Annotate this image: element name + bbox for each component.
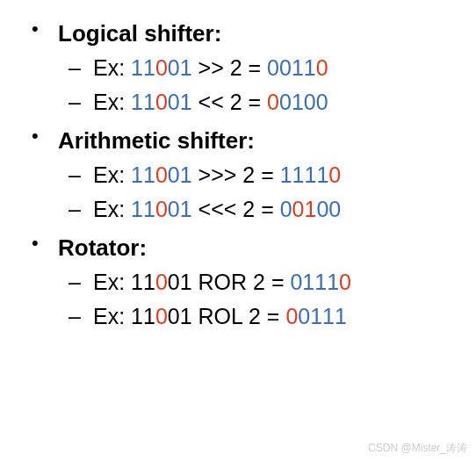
- example-row: Ex: 11001 >> 2 = 00110: [58, 51, 450, 85]
- section-rotator: Rotator: Ex: 11001 ROR 2 = 01110 Ex: 110…: [26, 232, 450, 334]
- section-logical: Logical shifter: Ex: 11001 >> 2 = 00110 …: [26, 18, 450, 119]
- example-row: Ex: 11001 ROL 2 = 00111: [58, 299, 450, 334]
- ex-label: Ex:: [93, 197, 131, 221]
- example-row: Ex: 11001 <<< 2 = 00100: [58, 192, 450, 227]
- examples-logical: Ex: 11001 >> 2 = 00110 Ex: 11001 << 2 = …: [58, 51, 450, 119]
- example-row: Ex: 11001 << 2 = 00100: [58, 85, 450, 119]
- examples-arithmetic: Ex: 11001 >>> 2 = 11110 Ex: 11001 <<< 2 …: [58, 158, 450, 227]
- section-arithmetic: Arithmetic shifter: Ex: 11001 >>> 2 = 11…: [26, 125, 450, 227]
- examples-rotator: Ex: 11001 ROR 2 = 01110 Ex: 11001 ROL 2 …: [58, 265, 450, 334]
- ex-label: Ex:: [93, 55, 131, 80]
- ex-body: 11001 >> 2 = 00110: [131, 55, 328, 80]
- ex-label: Ex:: [93, 162, 131, 187]
- ex-label: Ex:: [93, 270, 131, 294]
- heading-logical: Logical shifter:: [58, 18, 450, 49]
- shifter-list: Logical shifter: Ex: 11001 >> 2 = 00110 …: [26, 18, 450, 334]
- ex-body: 11001 ROR 2 = 01110: [131, 270, 351, 294]
- ex-body: 11001 ROL 2 = 00111: [131, 304, 347, 328]
- ex-label: Ex:: [93, 304, 131, 328]
- ex-body: 11001 << 2 = 00100: [131, 90, 328, 114]
- example-row: Ex: 11001 >>> 2 = 11110: [58, 158, 450, 192]
- ex-body: 11001 <<< 2 = 00100: [131, 197, 341, 221]
- ex-body: 11001 >>> 2 = 11110: [131, 162, 341, 187]
- heading-rotator: Rotator:: [58, 232, 450, 263]
- heading-arithmetic: Arithmetic shifter:: [58, 125, 450, 156]
- example-row: Ex: 11001 ROR 2 = 01110: [58, 265, 450, 299]
- ex-label: Ex:: [93, 90, 131, 114]
